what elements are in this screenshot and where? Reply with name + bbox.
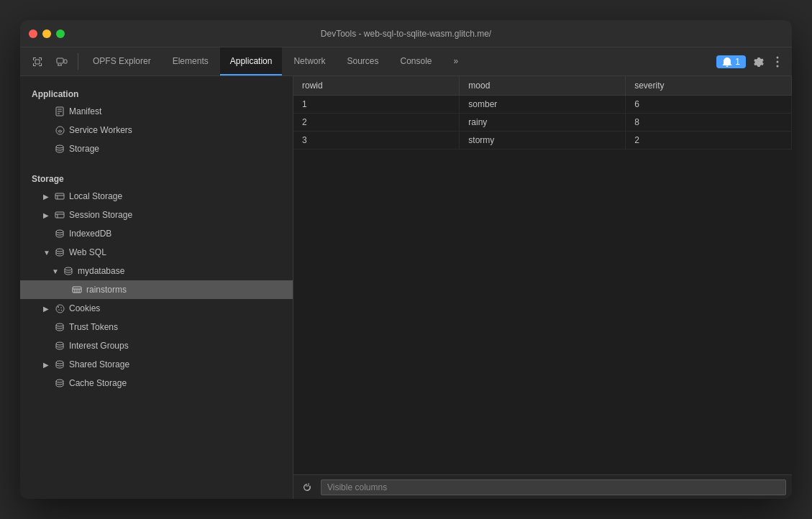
sidebar-item-shared-storage[interactable]: Shared Storage	[20, 355, 293, 374]
table-row[interactable]: 2rainy8	[293, 114, 792, 132]
settings-button[interactable]	[749, 53, 769, 70]
cell-severity: 8	[626, 114, 792, 132]
svg-point-6	[777, 60, 779, 63]
trust-tokens-icon	[55, 322, 65, 332]
sidebar-item-storage-app[interactable]: Storage	[20, 139, 293, 158]
inspect-element-button[interactable]	[26, 47, 49, 75]
shared-storage-icon	[55, 359, 65, 369]
svg-point-34	[56, 323, 63, 326]
sidebar-item-service-workers[interactable]: Service Workers	[20, 121, 293, 139]
close-button[interactable]	[29, 29, 37, 38]
tab-spacer	[470, 47, 712, 75]
mydatabase-icon	[63, 266, 73, 276]
sidebar-item-interest-groups[interactable]: Interest Groups	[20, 336, 293, 355]
tab-separator	[78, 53, 78, 70]
tab-elements[interactable]: Elements	[163, 47, 219, 75]
tab-sources[interactable]: Sources	[337, 47, 388, 75]
svg-point-33	[60, 309, 62, 311]
websql-chevron[interactable]	[43, 249, 50, 257]
shared-storage-chevron[interactable]	[43, 361, 50, 369]
traffic-lights	[29, 29, 65, 38]
svg-point-21	[56, 230, 63, 233]
minimize-button[interactable]	[42, 29, 51, 38]
session-storage-chevron[interactable]	[43, 211, 50, 219]
rainstorms-label: rainstorms	[86, 285, 127, 295]
tab-right-actions: 1	[713, 47, 786, 75]
tab-console[interactable]: Console	[391, 47, 442, 75]
tab-opfs-explorer[interactable]: OPFS Explorer	[83, 47, 161, 75]
svg-point-14	[56, 145, 63, 148]
cell-rowid: 2	[293, 114, 460, 132]
local-storage-label: Local Storage	[69, 191, 122, 201]
tab-network[interactable]: Network	[283, 47, 335, 75]
tab-overflow[interactable]: »	[444, 47, 469, 75]
more-options-button[interactable]	[772, 53, 783, 70]
main-content: Application Manifest	[20, 76, 792, 499]
application-section-title: Application	[20, 85, 293, 102]
storage-section-title: Storage	[20, 170, 293, 187]
sidebar-item-local-storage[interactable]: Local Storage	[20, 187, 293, 206]
sidebar-item-manifest[interactable]: Manifest	[20, 102, 293, 121]
cell-mood: stormy	[460, 132, 626, 150]
session-storage-icon	[55, 210, 65, 220]
cookies-chevron[interactable]	[43, 305, 50, 313]
svg-point-32	[58, 309, 60, 311]
session-storage-label: Session Storage	[69, 210, 132, 220]
svg-point-29	[56, 305, 64, 313]
svg-point-22	[56, 249, 63, 252]
websql-icon	[55, 247, 65, 257]
tab-application[interactable]: Application	[220, 47, 283, 75]
local-storage-icon	[55, 191, 65, 201]
sidebar-item-cookies[interactable]: Cookies	[20, 299, 293, 318]
sidebar-item-websql[interactable]: Web SQL	[20, 243, 293, 262]
sidebar-item-rainstorms[interactable]: rainstorms	[20, 280, 293, 299]
svg-rect-15	[55, 193, 64, 199]
manifest-icon	[55, 106, 65, 116]
svg-rect-18	[55, 212, 64, 218]
sidebar: Application Manifest	[20, 76, 293, 499]
cell-rowid: 1	[293, 96, 460, 114]
title-bar: DevTools - web-sql-to-sqlite-wasm.glitch…	[20, 20, 792, 47]
svg-point-35	[56, 342, 63, 345]
storage-app-icon	[55, 144, 65, 154]
cell-severity: 2	[626, 132, 792, 150]
mydatabase-chevron[interactable]	[52, 267, 59, 275]
svg-point-31	[60, 307, 62, 308]
sidebar-item-trust-tokens[interactable]: Trust Tokens	[20, 318, 293, 336]
sidebar-item-session-storage[interactable]: Session Storage	[20, 206, 293, 224]
data-table: rowid mood severity 1somber62rainy83stor…	[293, 76, 792, 474]
storage-app-label: Storage	[69, 144, 99, 154]
bottom-bar	[293, 474, 792, 499]
maximize-button[interactable]	[56, 29, 65, 38]
sidebar-item-indexeddb[interactable]: IndexedDB	[20, 224, 293, 243]
refresh-button[interactable]	[299, 481, 315, 494]
device-toolbar-button[interactable]	[50, 47, 73, 75]
local-storage-chevron[interactable]	[43, 193, 50, 201]
cell-mood: rainy	[460, 114, 626, 132]
visible-columns-input[interactable]	[321, 479, 786, 495]
table-row[interactable]: 1somber6	[293, 96, 792, 114]
notification-badge[interactable]: 1	[716, 55, 746, 68]
svg-point-5	[777, 56, 779, 58]
sidebar-item-mydatabase[interactable]: mydatabase	[20, 262, 293, 280]
trust-tokens-label: Trust Tokens	[69, 322, 118, 332]
cell-rowid: 3	[293, 132, 460, 150]
sidebar-divider	[20, 158, 293, 170]
svg-rect-0	[57, 58, 63, 63]
col-mood[interactable]: mood	[460, 76, 626, 96]
cell-mood: somber	[460, 96, 626, 114]
table-row[interactable]: 3stormy2	[293, 132, 792, 150]
svg-point-7	[777, 65, 779, 67]
cell-severity: 6	[626, 96, 792, 114]
indexeddb-icon	[55, 229, 65, 239]
col-rowid[interactable]: rowid	[293, 76, 460, 96]
cookies-label: Cookies	[69, 303, 100, 313]
sidebar-item-cache-storage[interactable]: Cache Storage	[20, 374, 293, 392]
col-severity[interactable]: severity	[626, 76, 792, 96]
devtools-window: DevTools - web-sql-to-sqlite-wasm.glitch…	[20, 20, 792, 499]
service-workers-label: Service Workers	[69, 125, 132, 135]
svg-point-23	[65, 267, 72, 270]
shared-storage-label: Shared Storage	[69, 359, 129, 369]
right-panel: rowid mood severity 1somber62rainy83stor…	[293, 76, 792, 499]
rainstorms-icon	[72, 285, 82, 295]
